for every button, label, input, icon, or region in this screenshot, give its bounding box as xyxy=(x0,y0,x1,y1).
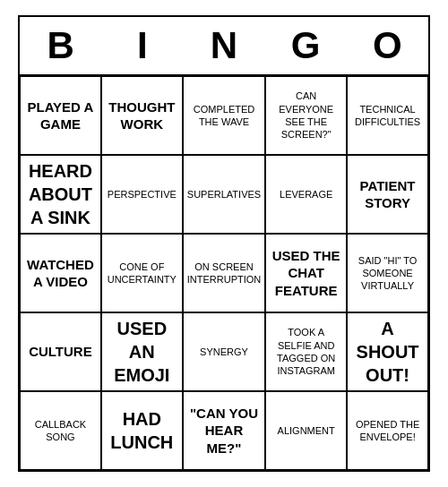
bingo-cell-4[interactable]: TECHNICAL DIFFICULTIES xyxy=(347,76,428,155)
bingo-card: B I N G O PLAYED A GAMETHOUGHT WORKCOMPL… xyxy=(18,15,430,472)
bingo-cell-12[interactable]: ON SCREEN INTERRUPTION xyxy=(183,234,266,312)
bingo-cell-22[interactable]: "CAN YOU HEAR ME?" xyxy=(183,391,266,470)
bingo-cell-17[interactable]: SYNERGY xyxy=(183,312,266,391)
bingo-cell-9[interactable]: PATIENT STORY xyxy=(347,155,428,234)
header-letter-n: N xyxy=(187,24,261,67)
header-letter-o: O xyxy=(350,24,424,67)
bingo-cell-20[interactable]: CALLBACK SONG xyxy=(20,391,101,470)
bingo-cell-16[interactable]: USED AN EMOJI xyxy=(101,312,183,391)
bingo-cell-15[interactable]: CULTURE xyxy=(20,312,101,391)
bingo-cell-21[interactable]: HAD LUNCH xyxy=(101,391,183,470)
bingo-cell-0[interactable]: PLAYED A GAME xyxy=(20,76,101,155)
bingo-cell-24[interactable]: OPENED THE ENVELOPE! xyxy=(347,391,428,470)
bingo-header: B I N G O xyxy=(20,17,428,76)
bingo-cell-2[interactable]: COMPLETED THE WAVE xyxy=(183,76,266,155)
bingo-cell-7[interactable]: SUPERLATIVES xyxy=(183,155,266,234)
header-letter-i: I xyxy=(106,24,179,67)
bingo-cell-8[interactable]: LEVERAGE xyxy=(265,155,347,234)
bingo-cell-6[interactable]: PERSPECTIVE xyxy=(101,155,183,234)
bingo-cell-1[interactable]: THOUGHT WORK xyxy=(101,76,183,155)
bingo-cell-19[interactable]: A SHOUT OUT! xyxy=(347,312,428,391)
header-letter-g: G xyxy=(269,24,342,67)
bingo-cell-18[interactable]: TOOK A SELFIE AND TAGGED ON INSTAGRAM xyxy=(265,312,347,391)
bingo-cell-10[interactable]: WATCHED A VIDEO xyxy=(20,234,101,312)
bingo-cell-23[interactable]: ALIGNMENT xyxy=(265,391,347,470)
bingo-cell-13[interactable]: USED THE CHAT FEATURE xyxy=(265,234,347,312)
bingo-cell-11[interactable]: CONE OF UNCERTAINTY xyxy=(101,234,183,312)
bingo-cell-14[interactable]: SAID "HI" TO SOMEONE VIRTUALLY xyxy=(347,234,428,312)
bingo-cell-5[interactable]: HEARD ABOUT A SINK xyxy=(20,155,101,234)
bingo-grid: PLAYED A GAMETHOUGHT WORKCOMPLETED THE W… xyxy=(20,76,428,470)
bingo-cell-3[interactable]: CAN EVERYONE SEE THE SCREEN?" xyxy=(265,76,347,155)
header-letter-b: B xyxy=(24,24,98,67)
